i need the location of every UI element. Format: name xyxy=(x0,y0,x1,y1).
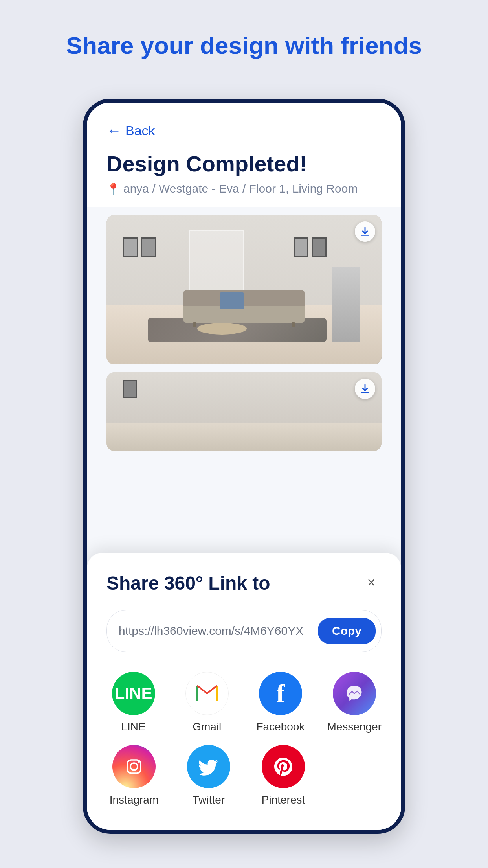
facebook-icon: f xyxy=(259,672,302,715)
room-scene-1 xyxy=(106,215,382,364)
sheet-header: Share 360° Link to × xyxy=(106,572,382,594)
instagram-label: Instagram xyxy=(110,794,159,806)
pinterest-label: Pinterest xyxy=(262,794,305,806)
wall-art-3 xyxy=(123,380,137,398)
line-icon: LINE xyxy=(112,672,155,715)
share-row-2: Instagram Twitter xyxy=(106,745,382,806)
line-label: LINE xyxy=(121,721,145,733)
messenger-label: Messenger xyxy=(327,721,382,733)
back-button[interactable]: ← Back xyxy=(106,122,382,139)
sheet-title: Share 360° Link to xyxy=(106,572,270,594)
twitter-label: Twitter xyxy=(193,794,225,806)
gmail-icon xyxy=(185,672,229,715)
twitter-svg xyxy=(196,754,221,779)
close-button[interactable]: × xyxy=(361,572,382,593)
location-icon: 📍 xyxy=(106,182,120,195)
messenger-icon xyxy=(333,672,376,715)
design-location: 📍 anya / Westgate - Eva / Floor 1, Livin… xyxy=(106,182,382,195)
wall-2 xyxy=(106,372,382,427)
svg-point-1 xyxy=(130,763,138,770)
wall-art-right xyxy=(294,237,327,257)
back-arrow-icon: ← xyxy=(106,122,121,139)
room-image-1 xyxy=(106,215,382,364)
share-row-1: LINE LINE xyxy=(106,672,382,733)
share-item-pinterest[interactable]: Pinterest xyxy=(256,745,311,806)
share-item-facebook[interactable]: f Facebook xyxy=(253,672,307,733)
phone-frame: ← Back Design Completed! 📍 anya / Westga… xyxy=(83,99,405,834)
gmail-label: Gmail xyxy=(193,721,221,733)
facebook-label: Facebook xyxy=(256,721,305,733)
design-title: Design Completed! xyxy=(106,151,382,177)
coffee-table xyxy=(197,323,247,335)
location-text: anya / Westgate - Eva / Floor 1, Living … xyxy=(123,182,358,195)
bottom-sheet: Share 360° Link to × https://lh360view.c… xyxy=(87,553,401,830)
pinterest-svg xyxy=(271,754,295,779)
room-image-2 xyxy=(106,372,382,451)
sofa xyxy=(183,290,305,323)
room-render-1 xyxy=(106,215,382,364)
messenger-svg xyxy=(343,682,366,705)
back-label: Back xyxy=(125,123,155,138)
floor-2 xyxy=(106,423,382,451)
stairs xyxy=(332,267,360,342)
room-render-2 xyxy=(106,372,382,451)
copy-button[interactable]: Copy xyxy=(318,618,376,644)
instagram-icon xyxy=(112,745,156,788)
instagram-svg xyxy=(122,754,146,779)
download-icon xyxy=(360,226,371,237)
phone-header: ← Back Design Completed! 📍 anya / Westga… xyxy=(87,103,401,207)
svg-point-2 xyxy=(138,760,140,763)
pinterest-icon xyxy=(262,745,305,788)
share-grid: LINE LINE xyxy=(106,672,382,806)
twitter-icon xyxy=(187,745,230,788)
share-item-twitter[interactable]: Twitter xyxy=(181,745,236,806)
page-title: Share your design with friends xyxy=(50,31,438,59)
download-button-2[interactable] xyxy=(355,379,375,399)
share-item-messenger[interactable]: Messenger xyxy=(327,672,382,733)
gmail-svg xyxy=(195,684,219,703)
url-area: https://lh360view.com/s/4M6Y60YX Copy xyxy=(106,610,382,652)
share-item-instagram[interactable]: Instagram xyxy=(106,745,161,806)
wall-art-left xyxy=(123,237,156,257)
phone-content: ← Back Design Completed! 📍 anya / Westga… xyxy=(87,103,401,830)
download-button-1[interactable] xyxy=(355,221,375,242)
share-url: https://lh360view.com/s/4M6Y60YX xyxy=(119,624,318,638)
download-icon-2 xyxy=(360,383,371,394)
share-item-line[interactable]: LINE LINE xyxy=(106,672,160,733)
share-item-gmail[interactable]: Gmail xyxy=(180,672,234,733)
